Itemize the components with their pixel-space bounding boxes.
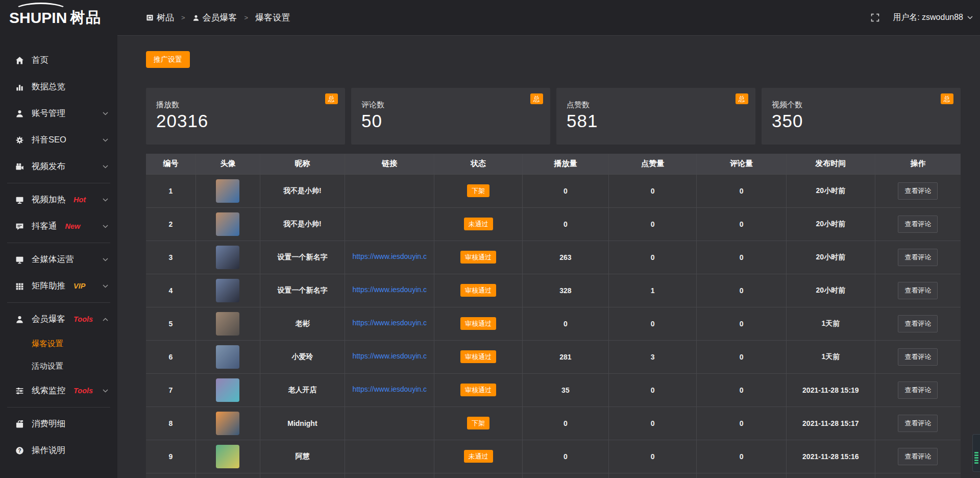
- sidebar-subitem-label: 爆客设置: [32, 339, 63, 349]
- widget-bar: [974, 457, 978, 459]
- sidebar-item-label: 数据总览: [32, 81, 65, 92]
- profile-link[interactable]: https://www.iesdouyin.c: [352, 385, 427, 393]
- cell-link: [345, 174, 434, 207]
- sidebar-item-instructions[interactable]: ? 操作说明: [0, 437, 117, 464]
- home-icon: [15, 56, 24, 65]
- cell-id: 2: [146, 207, 195, 241]
- view-comments-button[interactable]: 查看评论: [898, 348, 938, 366]
- sidebar-item-matrix-boost[interactable]: 矩阵助推 VIP: [0, 273, 117, 299]
- sidebar-item-spending-details[interactable]: 消费明细: [0, 411, 117, 437]
- cell-status: 审核通过: [434, 307, 522, 340]
- sidebar-item-label: 抖客通: [32, 221, 57, 232]
- profile-link[interactable]: https://www.iesdouyin.c: [352, 252, 427, 260]
- wallet-icon: [15, 420, 24, 428]
- promotion-settings-button[interactable]: 推广设置: [146, 51, 190, 68]
- cell-nickname: 我不是小帅!: [260, 207, 345, 241]
- col-header-plays: 播放量: [522, 154, 608, 174]
- cell-time: 2021-11-28 15:17: [786, 407, 875, 440]
- cell-avatar: [195, 207, 260, 241]
- sidebar-item-video-heat[interactable]: 视频加热 Hot: [0, 186, 117, 213]
- table-row: 5 老彬 https://www.iesdouyin.c 审核通过 0 0 0 …: [146, 307, 961, 340]
- brand-logo[interactable]: SHUPIN 树品: [0, 0, 117, 36]
- widget-bar: [974, 460, 978, 461]
- cell-nickname: 设置一个新名字: [260, 241, 345, 274]
- breadcrumb-label: 会员爆客: [203, 12, 237, 23]
- cell-link: https://www.iesdouyin.c: [345, 241, 434, 274]
- view-comments-button[interactable]: 查看评论: [898, 381, 938, 399]
- cell-plays: 0: [522, 174, 608, 207]
- breadcrumb-item-section[interactable]: 会员爆客: [192, 12, 237, 23]
- sidebar-item-douketong[interactable]: 抖客通 New: [0, 213, 117, 240]
- cell-likes: 0: [608, 241, 696, 274]
- status-badge: 审核通过: [460, 251, 496, 264]
- view-comments-button[interactable]: 查看评论: [898, 282, 938, 299]
- sidebar-subitem-activity-settings[interactable]: 活动设置: [0, 355, 117, 377]
- sidebar-item-lead-monitor[interactable]: 线索监控 Tools: [0, 377, 117, 404]
- cell-plays: 35: [522, 373, 608, 407]
- sidebar-nav: 首页 数据总览 账号管理 抖音SEO 视频发布 视频加热 Hot 抖客通 New…: [0, 36, 117, 478]
- status-badge: 下架: [467, 184, 489, 197]
- view-comments-button[interactable]: 查看评论: [898, 216, 938, 233]
- cell-link: https://www.iesdouyin.c: [345, 274, 434, 307]
- cell-likes: 0: [608, 407, 696, 440]
- view-comments-button[interactable]: 查看评论: [898, 448, 938, 465]
- cell-plays: 0: [522, 207, 608, 241]
- sidebar-item-home[interactable]: 首页: [0, 47, 117, 74]
- sidebar-item-video-publish[interactable]: 视频发布: [0, 153, 117, 180]
- stat-value: 20316: [156, 111, 345, 131]
- cell-comments: 0: [697, 373, 787, 407]
- chevron-down-icon: [967, 16, 973, 19]
- view-comments-button[interactable]: 查看评论: [898, 415, 938, 432]
- cell-avatar: [195, 473, 260, 478]
- cell-avatar: [195, 373, 260, 407]
- col-header-nickname: 昵称: [260, 154, 345, 174]
- tools-badge: Tools: [74, 387, 93, 395]
- status-badge: 审核通过: [460, 350, 496, 363]
- cell-likes: 3: [608, 340, 696, 373]
- view-comments-button[interactable]: 查看评论: [898, 249, 938, 266]
- sidebar-item-member-baoke[interactable]: 会员爆客 Tools: [0, 306, 117, 332]
- sidebar-divider: [7, 302, 110, 303]
- cell-link: [345, 473, 434, 478]
- table-row: 1 我不是小帅! 下架 0 0 0 20小时前 查看评论: [146, 174, 961, 207]
- cell-id: 4: [146, 274, 195, 307]
- fullscreen-icon[interactable]: [871, 13, 879, 22]
- logo-arc: [14, 3, 67, 18]
- cell-status: 审核通过: [434, 274, 522, 307]
- profile-link[interactable]: https://www.iesdouyin.c: [352, 285, 427, 294]
- cell-likes: 1: [608, 274, 696, 307]
- breadcrumb-item-home[interactable]: 树品: [146, 12, 174, 23]
- cell-nickname: Midnight: [260, 407, 345, 440]
- logo-text-cn: 树品: [70, 8, 102, 28]
- avatar: [216, 445, 239, 468]
- chevron-down-icon: [103, 112, 108, 115]
- avatar: [216, 246, 239, 269]
- user-menu[interactable]: 用户名: zswodun88: [893, 12, 973, 23]
- sidebar-item-label: 线索监控: [32, 385, 65, 396]
- sidebar-item-omni-media[interactable]: 全媒体运营: [0, 246, 117, 273]
- avatar: [216, 179, 239, 203]
- cell-avatar: [195, 307, 260, 340]
- stat-label: 点赞数: [567, 100, 755, 110]
- sidebar-item-label: 抖音SEO: [32, 134, 66, 146]
- view-comments-button[interactable]: 查看评论: [898, 182, 938, 200]
- stat-value: 50: [361, 111, 550, 131]
- profile-link[interactable]: https://www.iesdouyin.c: [352, 319, 427, 327]
- stat-card-plays: 播放数 20316 总: [146, 88, 345, 145]
- sidebar-item-data-overview[interactable]: 数据总览: [0, 74, 117, 100]
- status-badge: 下架: [467, 417, 489, 429]
- new-badge: New: [65, 222, 81, 230]
- status-badge: 审核通过: [460, 284, 496, 297]
- sidebar-item-account-mgmt[interactable]: 账号管理: [0, 100, 117, 127]
- sidebar-subitem-baoke-settings[interactable]: 爆客设置: [0, 332, 117, 355]
- chevron-down-icon: [103, 389, 108, 393]
- top-header: SHUPIN 树品 树品 > 会员爆客 > 爆客设置: [0, 0, 980, 36]
- svg-text:?: ?: [18, 448, 21, 453]
- breadcrumb-separator: >: [181, 14, 185, 21]
- chevron-down-icon: [103, 258, 108, 261]
- profile-link[interactable]: https://www.iesdouyin.c: [352, 352, 427, 360]
- cell-actions: 查看评论: [875, 174, 961, 207]
- view-comments-button[interactable]: 查看评论: [898, 315, 938, 332]
- sidebar-item-douyin-seo[interactable]: 抖音SEO: [0, 127, 117, 153]
- floating-widget[interactable]: [972, 434, 980, 472]
